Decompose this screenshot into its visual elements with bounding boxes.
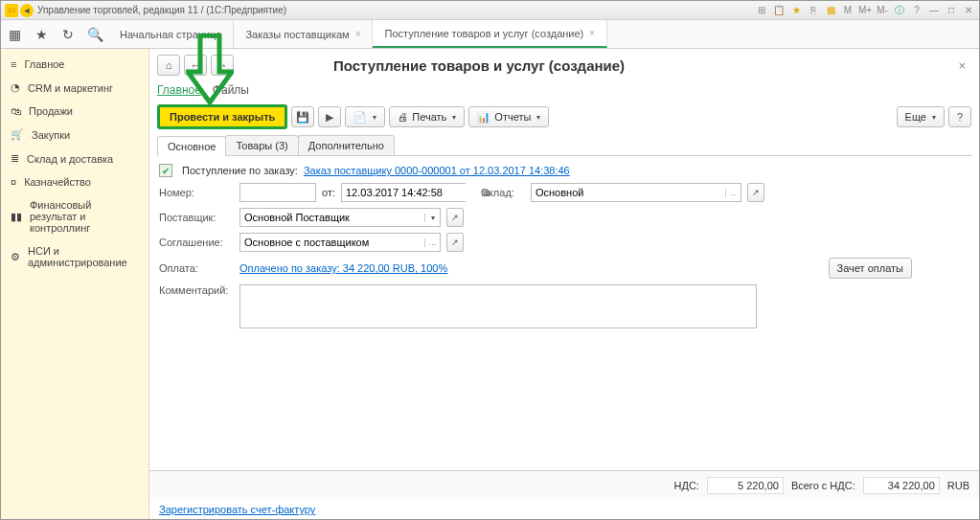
sidebar-item-stock[interactable]: ≣Склад и доставка: [1, 147, 148, 170]
app-logo-icon: 1c: [5, 4, 18, 17]
by-order-checkbox[interactable]: ✔: [159, 164, 172, 177]
print-button[interactable]: 🖨Печать: [389, 106, 465, 127]
stock-label: Склад:: [481, 187, 525, 198]
toolbar-icon[interactable]: ⊞: [755, 4, 768, 17]
nds-label: НДС:: [674, 480, 699, 491]
cart-icon: 🛒: [11, 128, 24, 141]
sidebar-item-crm[interactable]: ◔CRM и маркетинг: [1, 76, 148, 100]
by-order-label: Поступление по заказу:: [182, 165, 298, 176]
gear-icon: ⚙: [11, 251, 20, 263]
number-input[interactable]: [239, 183, 316, 202]
nav-left-button[interactable]: ←: [184, 55, 207, 76]
close-form-button[interactable]: ×: [952, 58, 971, 73]
back-icon[interactable]: ◄: [20, 4, 34, 17]
favorite-icon[interactable]: ★: [789, 4, 803, 17]
minimize-icon[interactable]: —: [927, 4, 941, 17]
subnav-files[interactable]: Файлы: [213, 81, 249, 99]
reports-button[interactable]: 📊Отчеты: [468, 106, 549, 127]
itab-goods[interactable]: Товары (3): [225, 135, 298, 155]
history-icon[interactable]: ↻: [55, 20, 81, 48]
money-icon: ¤: [11, 176, 16, 188]
m-icon[interactable]: M: [841, 4, 855, 17]
from-label: от:: [322, 187, 335, 198]
supplier-select[interactable]: ▾: [239, 208, 441, 227]
more-button[interactable]: Еще: [897, 106, 945, 127]
form-body: ✔ Поступление по заказу: Заказ поставщик…: [149, 156, 979, 470]
total-value: 34 220,00: [863, 477, 940, 494]
supplier-label: Поставщик:: [159, 212, 234, 223]
sidebar-item-res[interactable]: ▮▮Финансовый результат и контроллинг: [1, 193, 148, 239]
nds-value: 5 220,00: [707, 477, 784, 494]
apps-icon[interactable]: ▦: [1, 20, 28, 48]
tab-home[interactable]: Начальная страница: [108, 20, 234, 48]
itab-extra[interactable]: Дополнительно: [298, 135, 395, 155]
home-button[interactable]: ⌂: [157, 55, 180, 76]
home-icon: ≡: [11, 58, 16, 70]
comment-label: Комментарий:: [159, 284, 234, 296]
agreement-select[interactable]: …: [239, 233, 441, 252]
close-icon[interactable]: ×: [589, 28, 595, 38]
toolbar-icon[interactable]: 📋: [772, 4, 786, 17]
chart-icon: ▮▮: [11, 211, 22, 223]
agreement-label: Соглашение:: [159, 237, 234, 248]
number-label: Номер:: [159, 187, 234, 198]
sidebar-item-sales[interactable]: 🛍Продажи: [1, 100, 148, 123]
date-input[interactable]: ▦: [341, 183, 466, 202]
page-title: Поступление товаров и услуг (создание): [333, 57, 625, 74]
info-icon[interactable]: ⓘ: [893, 4, 906, 17]
comment-input[interactable]: [239, 284, 757, 328]
help-button[interactable]: ?: [948, 106, 971, 127]
save-button[interactable]: 💾: [291, 106, 314, 127]
open-ref-button[interactable]: ↗: [747, 183, 764, 202]
window-titlebar: 1c ◄ Управление торговлей, редакция 11 /…: [1, 1, 979, 20]
open-ref-button[interactable]: ↗: [446, 233, 464, 252]
tab-orders[interactable]: Заказы поставщикам×: [234, 20, 373, 48]
print-icon: 🖨: [398, 111, 408, 123]
content-area: ⌂ ← → Поступление товаров и услуг (созда…: [149, 49, 979, 519]
window-title: Управление торговлей, редакция 11 / (1С:…: [37, 5, 286, 15]
register-invoice-link[interactable]: Зарегистрировать счет-фактуру: [159, 504, 315, 515]
app-tabbar: ▦ ★ ↻ 🔍 Начальная страница Заказы постав…: [1, 20, 979, 49]
payment-link[interactable]: Оплачено по заказу: 34 220,00 RUB, 100%: [239, 262, 447, 274]
pie-icon: ◔: [11, 81, 20, 94]
window-controls: ⊞ 📋 ★ ⎘ ▦ M M+ M- ⓘ ? — □ ✕: [755, 4, 975, 17]
close-icon[interactable]: ×: [355, 29, 361, 39]
maximize-icon[interactable]: □: [945, 4, 958, 17]
tab-receipt[interactable]: Поступление товаров и услуг (создание)×: [373, 20, 607, 48]
report-icon: 📊: [477, 111, 490, 124]
close-window-icon[interactable]: ✕: [962, 4, 975, 17]
section-sidebar: ≡Главное ◔CRM и маркетинг 🛍Продажи 🛒Заку…: [1, 49, 149, 519]
star-icon[interactable]: ★: [28, 20, 55, 48]
post-and-close-button[interactable]: Провести и закрыть: [157, 104, 287, 129]
form-footer: НДС: 5 220,00 Всего с НДС: 34 220,00 RUB: [149, 470, 979, 500]
create-based-on-button[interactable]: 📄: [345, 106, 385, 127]
form-toolbar: Провести и закрыть 💾 ▶ 📄 🖨Печать 📊Отчеты…: [149, 99, 979, 135]
box-icon: ≣: [11, 152, 19, 165]
sidebar-item-purch[interactable]: 🛒Закупки: [1, 123, 148, 147]
post-button[interactable]: ▶: [318, 106, 341, 127]
currency-label: RUB: [947, 480, 969, 491]
stock-select[interactable]: …: [531, 183, 741, 202]
sidebar-item-nsi[interactable]: ⚙НСИ и администрирование: [1, 239, 148, 274]
m-minus-icon[interactable]: M-: [876, 4, 889, 17]
offset-payment-button[interactable]: Зачет оплаты: [829, 258, 912, 279]
sidebar-item-fin[interactable]: ¤Казначейство: [1, 170, 148, 193]
open-ref-button[interactable]: ↗: [446, 208, 464, 227]
payment-label: Оплата:: [159, 262, 234, 274]
sidebar-item-main[interactable]: ≡Главное: [1, 53, 148, 76]
subnav-main[interactable]: Главное: [157, 81, 201, 99]
toolbar-icon[interactable]: ⎘: [807, 4, 820, 17]
total-label: Всего с НДС:: [791, 480, 855, 491]
help-icon[interactable]: ?: [910, 4, 923, 17]
inner-tabs: Основное Товары (3) Дополнительно: [157, 135, 971, 156]
search-icon[interactable]: 🔍: [81, 20, 108, 48]
itab-main[interactable]: Основное: [157, 136, 226, 156]
nav-right-button[interactable]: →: [211, 55, 234, 76]
order-link[interactable]: Заказ поставщику 0000-000001 от 12.03.20…: [304, 165, 570, 176]
m-plus-icon[interactable]: M+: [858, 4, 872, 17]
bag-icon: 🛍: [11, 105, 21, 117]
calculator-icon[interactable]: ▦: [824, 4, 837, 17]
